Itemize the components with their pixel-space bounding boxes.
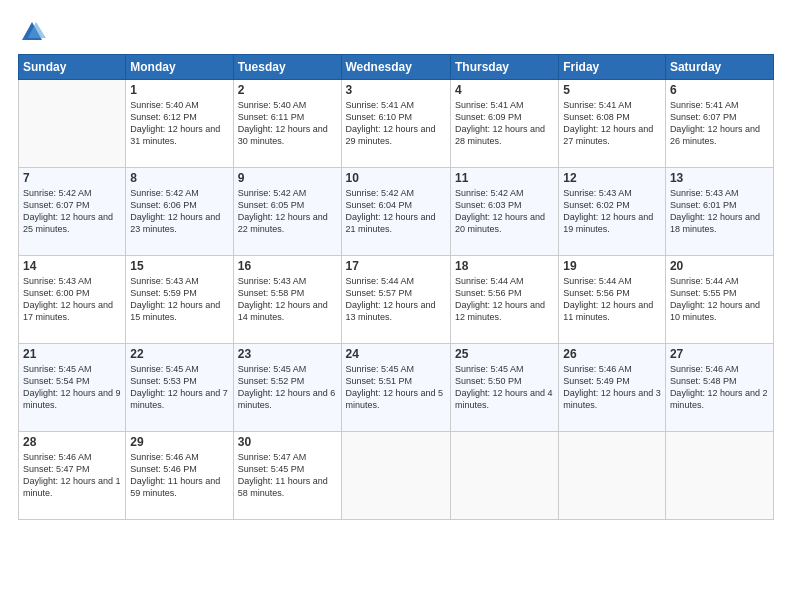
cell-info: Sunrise: 5:43 AM Sunset: 5:59 PM Dayligh… — [130, 275, 228, 324]
calendar-cell: 28Sunrise: 5:46 AM Sunset: 5:47 PM Dayli… — [19, 432, 126, 520]
cell-info: Sunrise: 5:46 AM Sunset: 5:46 PM Dayligh… — [130, 451, 228, 500]
day-number: 17 — [346, 259, 446, 273]
cell-info: Sunrise: 5:42 AM Sunset: 6:05 PM Dayligh… — [238, 187, 337, 236]
cell-info: Sunrise: 5:41 AM Sunset: 6:09 PM Dayligh… — [455, 99, 554, 148]
cell-content: 13Sunrise: 5:43 AM Sunset: 6:01 PM Dayli… — [670, 171, 769, 236]
day-number: 13 — [670, 171, 769, 185]
cell-info: Sunrise: 5:44 AM Sunset: 5:57 PM Dayligh… — [346, 275, 446, 324]
page: SundayMondayTuesdayWednesdayThursdayFrid… — [0, 0, 792, 612]
week-row-3: 14Sunrise: 5:43 AM Sunset: 6:00 PM Dayli… — [19, 256, 774, 344]
day-number: 28 — [23, 435, 121, 449]
calendar-cell — [665, 432, 773, 520]
cell-content: 7Sunrise: 5:42 AM Sunset: 6:07 PM Daylig… — [23, 171, 121, 236]
cell-info: Sunrise: 5:42 AM Sunset: 6:03 PM Dayligh… — [455, 187, 554, 236]
cell-info: Sunrise: 5:43 AM Sunset: 6:02 PM Dayligh… — [563, 187, 661, 236]
calendar-cell: 7Sunrise: 5:42 AM Sunset: 6:07 PM Daylig… — [19, 168, 126, 256]
day-number: 19 — [563, 259, 661, 273]
cell-info: Sunrise: 5:40 AM Sunset: 6:11 PM Dayligh… — [238, 99, 337, 148]
cell-info: Sunrise: 5:41 AM Sunset: 6:08 PM Dayligh… — [563, 99, 661, 148]
day-number: 7 — [23, 171, 121, 185]
cell-content: 1Sunrise: 5:40 AM Sunset: 6:12 PM Daylig… — [130, 83, 228, 148]
cell-content: 8Sunrise: 5:42 AM Sunset: 6:06 PM Daylig… — [130, 171, 228, 236]
cell-content: 18Sunrise: 5:44 AM Sunset: 5:56 PM Dayli… — [455, 259, 554, 324]
calendar-cell: 4Sunrise: 5:41 AM Sunset: 6:09 PM Daylig… — [450, 80, 558, 168]
header-day-sunday: Sunday — [19, 55, 126, 80]
calendar-cell: 6Sunrise: 5:41 AM Sunset: 6:07 PM Daylig… — [665, 80, 773, 168]
cell-content: 11Sunrise: 5:42 AM Sunset: 6:03 PM Dayli… — [455, 171, 554, 236]
day-number: 25 — [455, 347, 554, 361]
cell-content: 23Sunrise: 5:45 AM Sunset: 5:52 PM Dayli… — [238, 347, 337, 412]
cell-info: Sunrise: 5:41 AM Sunset: 6:07 PM Dayligh… — [670, 99, 769, 148]
cell-info: Sunrise: 5:43 AM Sunset: 6:01 PM Dayligh… — [670, 187, 769, 236]
cell-content: 17Sunrise: 5:44 AM Sunset: 5:57 PM Dayli… — [346, 259, 446, 324]
day-number: 3 — [346, 83, 446, 97]
calendar-cell: 24Sunrise: 5:45 AM Sunset: 5:51 PM Dayli… — [341, 344, 450, 432]
cell-content: 5Sunrise: 5:41 AM Sunset: 6:08 PM Daylig… — [563, 83, 661, 148]
calendar-cell — [559, 432, 666, 520]
calendar-cell: 29Sunrise: 5:46 AM Sunset: 5:46 PM Dayli… — [126, 432, 233, 520]
header-day-friday: Friday — [559, 55, 666, 80]
calendar-cell: 14Sunrise: 5:43 AM Sunset: 6:00 PM Dayli… — [19, 256, 126, 344]
week-row-4: 21Sunrise: 5:45 AM Sunset: 5:54 PM Dayli… — [19, 344, 774, 432]
header-day-tuesday: Tuesday — [233, 55, 341, 80]
cell-content: 26Sunrise: 5:46 AM Sunset: 5:49 PM Dayli… — [563, 347, 661, 412]
day-number: 15 — [130, 259, 228, 273]
calendar-cell: 30Sunrise: 5:47 AM Sunset: 5:45 PM Dayli… — [233, 432, 341, 520]
day-number: 26 — [563, 347, 661, 361]
day-number: 6 — [670, 83, 769, 97]
cell-content: 3Sunrise: 5:41 AM Sunset: 6:10 PM Daylig… — [346, 83, 446, 148]
calendar: SundayMondayTuesdayWednesdayThursdayFrid… — [18, 54, 774, 520]
day-number: 23 — [238, 347, 337, 361]
calendar-cell: 21Sunrise: 5:45 AM Sunset: 5:54 PM Dayli… — [19, 344, 126, 432]
cell-content: 10Sunrise: 5:42 AM Sunset: 6:04 PM Dayli… — [346, 171, 446, 236]
day-number: 21 — [23, 347, 121, 361]
day-number: 24 — [346, 347, 446, 361]
cell-info: Sunrise: 5:45 AM Sunset: 5:50 PM Dayligh… — [455, 363, 554, 412]
day-number: 20 — [670, 259, 769, 273]
calendar-cell: 17Sunrise: 5:44 AM Sunset: 5:57 PM Dayli… — [341, 256, 450, 344]
day-number: 9 — [238, 171, 337, 185]
calendar-cell: 22Sunrise: 5:45 AM Sunset: 5:53 PM Dayli… — [126, 344, 233, 432]
calendar-cell: 25Sunrise: 5:45 AM Sunset: 5:50 PM Dayli… — [450, 344, 558, 432]
cell-content: 21Sunrise: 5:45 AM Sunset: 5:54 PM Dayli… — [23, 347, 121, 412]
header-day-saturday: Saturday — [665, 55, 773, 80]
day-number: 8 — [130, 171, 228, 185]
calendar-cell: 12Sunrise: 5:43 AM Sunset: 6:02 PM Dayli… — [559, 168, 666, 256]
cell-content: 4Sunrise: 5:41 AM Sunset: 6:09 PM Daylig… — [455, 83, 554, 148]
cell-content: 2Sunrise: 5:40 AM Sunset: 6:11 PM Daylig… — [238, 83, 337, 148]
header-day-thursday: Thursday — [450, 55, 558, 80]
cell-content: 29Sunrise: 5:46 AM Sunset: 5:46 PM Dayli… — [130, 435, 228, 500]
week-row-1: 1Sunrise: 5:40 AM Sunset: 6:12 PM Daylig… — [19, 80, 774, 168]
day-number: 22 — [130, 347, 228, 361]
calendar-cell: 1Sunrise: 5:40 AM Sunset: 6:12 PM Daylig… — [126, 80, 233, 168]
logo — [18, 18, 50, 46]
cell-info: Sunrise: 5:43 AM Sunset: 6:00 PM Dayligh… — [23, 275, 121, 324]
day-number: 2 — [238, 83, 337, 97]
calendar-cell — [341, 432, 450, 520]
day-number: 29 — [130, 435, 228, 449]
cell-info: Sunrise: 5:42 AM Sunset: 6:04 PM Dayligh… — [346, 187, 446, 236]
calendar-cell: 16Sunrise: 5:43 AM Sunset: 5:58 PM Dayli… — [233, 256, 341, 344]
cell-info: Sunrise: 5:45 AM Sunset: 5:54 PM Dayligh… — [23, 363, 121, 412]
cell-content: 22Sunrise: 5:45 AM Sunset: 5:53 PM Dayli… — [130, 347, 228, 412]
cell-info: Sunrise: 5:44 AM Sunset: 5:55 PM Dayligh… — [670, 275, 769, 324]
cell-info: Sunrise: 5:45 AM Sunset: 5:52 PM Dayligh… — [238, 363, 337, 412]
day-number: 27 — [670, 347, 769, 361]
cell-info: Sunrise: 5:46 AM Sunset: 5:47 PM Dayligh… — [23, 451, 121, 500]
cell-content: 24Sunrise: 5:45 AM Sunset: 5:51 PM Dayli… — [346, 347, 446, 412]
calendar-cell: 3Sunrise: 5:41 AM Sunset: 6:10 PM Daylig… — [341, 80, 450, 168]
cell-info: Sunrise: 5:40 AM Sunset: 6:12 PM Dayligh… — [130, 99, 228, 148]
cell-content: 19Sunrise: 5:44 AM Sunset: 5:56 PM Dayli… — [563, 259, 661, 324]
calendar-cell — [450, 432, 558, 520]
week-row-5: 28Sunrise: 5:46 AM Sunset: 5:47 PM Dayli… — [19, 432, 774, 520]
calendar-cell: 2Sunrise: 5:40 AM Sunset: 6:11 PM Daylig… — [233, 80, 341, 168]
calendar-cell: 18Sunrise: 5:44 AM Sunset: 5:56 PM Dayli… — [450, 256, 558, 344]
cell-info: Sunrise: 5:47 AM Sunset: 5:45 PM Dayligh… — [238, 451, 337, 500]
cell-content: 6Sunrise: 5:41 AM Sunset: 6:07 PM Daylig… — [670, 83, 769, 148]
calendar-cell: 8Sunrise: 5:42 AM Sunset: 6:06 PM Daylig… — [126, 168, 233, 256]
day-number: 18 — [455, 259, 554, 273]
calendar-cell: 11Sunrise: 5:42 AM Sunset: 6:03 PM Dayli… — [450, 168, 558, 256]
cell-content: 9Sunrise: 5:42 AM Sunset: 6:05 PM Daylig… — [238, 171, 337, 236]
calendar-cell: 27Sunrise: 5:46 AM Sunset: 5:48 PM Dayli… — [665, 344, 773, 432]
calendar-cell: 15Sunrise: 5:43 AM Sunset: 5:59 PM Dayli… — [126, 256, 233, 344]
